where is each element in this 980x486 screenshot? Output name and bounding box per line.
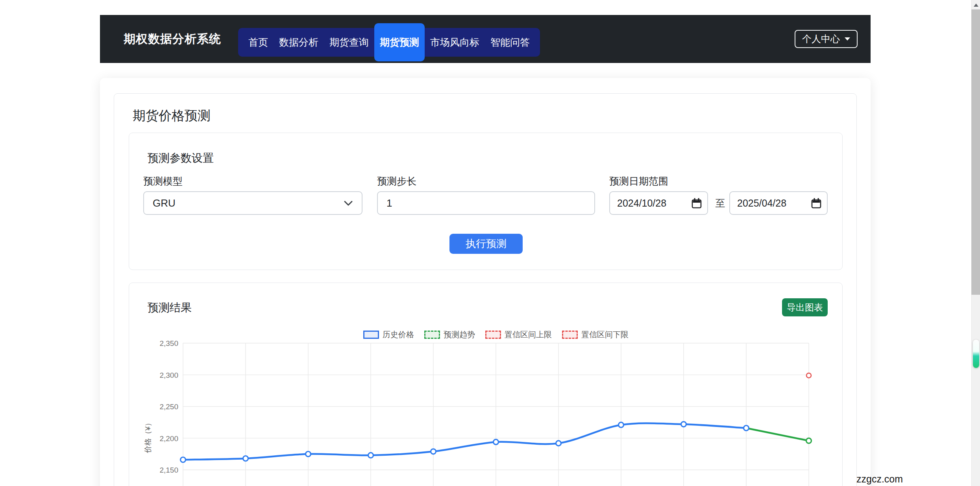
app-logo: 期权数据分析系统 (124, 15, 221, 63)
svg-text:2,150: 2,150 (159, 466, 178, 474)
model-select-value: GRU (153, 197, 176, 209)
date-start-input[interactable]: 2024/10/28 (609, 191, 708, 215)
scrollbar-thumb[interactable] (971, 9, 980, 295)
svg-text:价格（¥）: 价格（¥） (144, 419, 152, 454)
nav-item-3[interactable]: 期货预测 (374, 23, 425, 61)
nav-item-0[interactable]: 首页 (243, 31, 274, 53)
legend-swatch (363, 331, 379, 339)
svg-text:2,250: 2,250 (159, 403, 178, 411)
prediction-chart: 2,3502,3002,2502,2002,150价格（¥） (129, 338, 843, 486)
nav-item-2[interactable]: 期货查询 (324, 31, 374, 53)
steps-label: 预测步长 (377, 175, 416, 188)
calendar-icon (692, 198, 702, 209)
model-select[interactable]: GRU (143, 191, 362, 215)
results-title: 预测结果 (148, 300, 192, 315)
svg-text:2,200: 2,200 (159, 434, 178, 443)
user-menu-button[interactable]: 个人中心 (795, 30, 858, 48)
date-start-value: 2024/10/28 (617, 198, 666, 209)
scrollbar-up-arrow[interactable] (974, 4, 978, 7)
nav-item-4[interactable]: 市场风向标 (425, 31, 485, 53)
svg-text:2,350: 2,350 (159, 339, 178, 347)
steps-input[interactable] (377, 191, 595, 215)
params-title: 预测参数设置 (148, 151, 214, 166)
legend-swatch (485, 331, 501, 339)
main-nav: 首页数据分析期货查询期货预测市场风向标智能问答 (238, 28, 540, 57)
nav-item-5[interactable]: 智能问答 (485, 31, 535, 53)
model-label: 预测模型 (143, 175, 183, 188)
user-menu-label: 个人中心 (802, 33, 840, 45)
watermark: zzgcz.com (856, 473, 903, 485)
legend-swatch (424, 331, 440, 339)
date-end-value: 2025/04/28 (737, 198, 786, 209)
svg-text:2,300: 2,300 (159, 371, 178, 379)
calendar-icon (811, 198, 821, 209)
chevron-down-icon (344, 200, 353, 206)
legend-swatch (562, 331, 578, 339)
export-chart-button[interactable]: 导出图表 (782, 298, 828, 316)
date-end-input[interactable]: 2025/04/28 (729, 191, 828, 215)
page-title: 期货价格预测 (133, 107, 211, 125)
nav-item-1[interactable]: 数据分析 (274, 31, 324, 53)
floating-widget[interactable] (973, 340, 979, 368)
top-navbar: 期权数据分析系统 首页数据分析期货查询期货预测市场风向标智能问答 个人中心 (100, 15, 871, 63)
range-label: 预测日期范围 (609, 175, 668, 188)
chevron-down-icon (845, 37, 850, 41)
date-range-separator: 至 (713, 191, 727, 215)
run-prediction-button[interactable]: 执行预测 (449, 234, 523, 254)
